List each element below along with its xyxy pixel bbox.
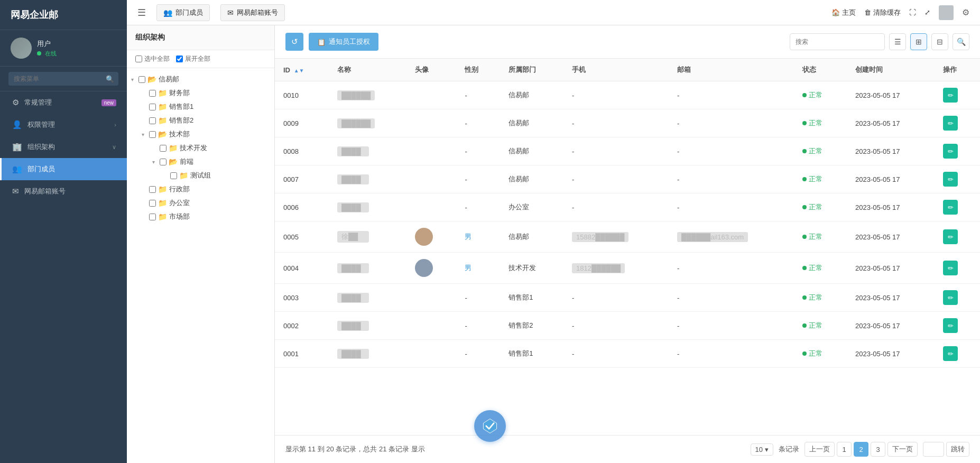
- edit-button[interactable]: ✏: [943, 200, 958, 215]
- fullscreen-button[interactable]: ⛶: [909, 8, 916, 16]
- sidebar-item-regular-mgmt[interactable]: ⚙ 常规管理 new: [0, 91, 127, 114]
- resize-button[interactable]: ⤢: [924, 8, 930, 16]
- refresh-button[interactable]: ↺: [285, 33, 303, 51]
- settings-button[interactable]: ⚙: [962, 7, 969, 17]
- cell-dept: 技术开发: [500, 253, 563, 284]
- page-3-button[interactable]: 3: [871, 442, 885, 457]
- grid-view-button[interactable]: ⊞: [910, 33, 927, 50]
- select-all-checkbox[interactable]: [135, 55, 142, 62]
- col-header-id[interactable]: ID ▲▼: [275, 59, 329, 81]
- team-icon: 👥: [12, 164, 22, 174]
- jump-input[interactable]: [923, 442, 944, 457]
- tree-checkbox-xinyi[interactable]: [138, 76, 145, 83]
- cell-gender: -: [456, 312, 500, 340]
- tree-checkbox-finance[interactable]: [149, 90, 156, 97]
- search-menu-input[interactable]: [8, 72, 118, 86]
- edit-button[interactable]: ✏: [943, 88, 958, 103]
- sidebar-item-mail-account[interactable]: ✉ 网易邮箱账号: [0, 180, 127, 202]
- cell-id: 0004: [275, 253, 329, 284]
- select-all-label[interactable]: 选中全部: [135, 54, 170, 63]
- tree-item-xinyi[interactable]: ▾ 📂 信易邮: [127, 72, 274, 86]
- col-header-gender: 性别: [456, 59, 500, 81]
- tree-checkbox-market[interactable]: [149, 214, 156, 220]
- cell-gender: -: [456, 81, 500, 109]
- topbar: ☰ 👥 部门成员 ✉ 网易邮箱账号 🏠 主页 🗑 清除缓存 ⛶ ⤢: [127, 0, 980, 25]
- tree-checkbox-office[interactable]: [149, 200, 156, 207]
- chevron-down-icon: ▾: [765, 446, 769, 453]
- cell-action: ✏: [935, 137, 980, 165]
- cell-avatar: [406, 109, 456, 137]
- page-1-button[interactable]: 1: [837, 442, 852, 457]
- cell-action: ✏: [935, 312, 980, 340]
- topbar-tab-dept-members[interactable]: 👥 部门成员: [156, 4, 210, 21]
- cell-email: -: [669, 284, 794, 312]
- tree-item-finance[interactable]: 📁 财务部: [127, 86, 274, 100]
- sidebar-item-permission-mgmt[interactable]: 👤 权限管理 ›: [0, 114, 127, 136]
- status-badge: 正常: [802, 321, 822, 330]
- tree-item-tech[interactable]: ▾ 📂 技术部: [127, 127, 274, 141]
- folder-closed-icon: 📁: [158, 185, 167, 193]
- expand-all-checkbox[interactable]: [176, 55, 183, 62]
- tree-item-test[interactable]: 📁 测试组: [127, 169, 274, 182]
- tree-checkbox-sales2[interactable]: [149, 117, 156, 124]
- cell-gender: -: [456, 137, 500, 165]
- edit-button[interactable]: ✏: [943, 229, 958, 244]
- tree-checkbox-frontend[interactable]: [160, 159, 167, 165]
- edit-button[interactable]: ✏: [943, 172, 958, 187]
- page-2-button[interactable]: 2: [854, 442, 868, 457]
- prev-page-button[interactable]: 上一页: [805, 442, 835, 457]
- next-page-button[interactable]: 下一页: [887, 442, 918, 457]
- tree-item-office[interactable]: 📁 办公室: [127, 196, 274, 210]
- nav-label-permission: 权限管理: [27, 120, 114, 129]
- sidebar-item-dept-members[interactable]: 👥 部门成员: [0, 158, 127, 180]
- clear-cache-button[interactable]: 🗑 清除缓存: [864, 8, 901, 17]
- org-tree-panel: 组织架构 选中全部 展开全部 ▾ 📂 信易邮: [127, 25, 275, 463]
- tree-checkbox-test[interactable]: [170, 172, 177, 179]
- tree-checkbox-tech-dev[interactable]: [160, 145, 167, 152]
- expand-all-label[interactable]: 展开全部: [176, 54, 210, 63]
- cell-email: -: [669, 81, 794, 109]
- edit-button[interactable]: ✏: [943, 261, 958, 275]
- trash-icon: 🗑: [864, 8, 871, 16]
- home-button[interactable]: 🏠 主页: [831, 8, 856, 17]
- tree-checkbox-tech[interactable]: [149, 131, 156, 138]
- tree-item-tech-dev[interactable]: 📁 技术开发: [127, 141, 274, 155]
- edit-button[interactable]: ✏: [943, 144, 958, 159]
- cell-status: 正常: [794, 109, 847, 137]
- tree-toggle-icon: ▾: [142, 132, 149, 137]
- sidebar-item-org-structure[interactable]: 🏢 组织架构 ∨: [0, 136, 127, 158]
- topbar-avatar[interactable]: [939, 5, 954, 20]
- tree-checkbox-sales1[interactable]: [149, 104, 156, 110]
- edit-button[interactable]: ✏: [943, 290, 958, 305]
- list-view-button[interactable]: ☰: [889, 33, 906, 50]
- table-row: 0009██████-信易邮--正常2023-05-05 17✏: [275, 109, 980, 137]
- cell-created: 2023-05-05 17: [847, 165, 935, 193]
- notify-auth-button[interactable]: 📋 通知员工授权: [309, 33, 378, 51]
- tree-item-sales2[interactable]: 📁 销售部2: [127, 114, 274, 127]
- cell-email: ██████ail163.com: [669, 221, 794, 253]
- cell-email: -: [669, 312, 794, 340]
- cell-gender: 男: [456, 253, 500, 284]
- search-button[interactable]: 🔍: [953, 33, 969, 50]
- edit-button[interactable]: ✏: [943, 346, 958, 361]
- per-page-select[interactable]: 10 ▾: [751, 443, 773, 456]
- page-nav: 上一页 1 2 3 下一页: [805, 442, 918, 457]
- table-row: 0007████-信易邮--正常2023-05-05 17✏: [275, 165, 980, 193]
- tree-item-sales1[interactable]: 📁 销售部1: [127, 100, 274, 114]
- jump-button[interactable]: 跳转: [946, 442, 969, 457]
- menu-toggle-button[interactable]: ☰: [137, 7, 146, 18]
- cell-email: -: [669, 340, 794, 368]
- tree-item-market[interactable]: 📁 市场部: [127, 210, 274, 224]
- tree-item-admin[interactable]: 📁 行政部: [127, 182, 274, 196]
- table-panel: ↺ 📋 通知员工授权 ☰ ⊞ ⊟ 🔍: [275, 25, 980, 463]
- tree-item-frontend[interactable]: ▾ 📂 前端: [127, 155, 274, 169]
- tree-checkbox-admin[interactable]: [149, 186, 156, 193]
- filter-view-button[interactable]: ⊟: [931, 33, 948, 50]
- edit-button[interactable]: ✏: [943, 116, 958, 131]
- cell-avatar: [406, 221, 456, 253]
- search-input[interactable]: [790, 33, 885, 50]
- folder-closed-icon: 📁: [158, 89, 167, 97]
- edit-button[interactable]: ✏: [943, 318, 958, 333]
- cell-phone: -: [563, 340, 669, 368]
- topbar-tab-mail-account[interactable]: ✉ 网易邮箱账号: [220, 4, 285, 21]
